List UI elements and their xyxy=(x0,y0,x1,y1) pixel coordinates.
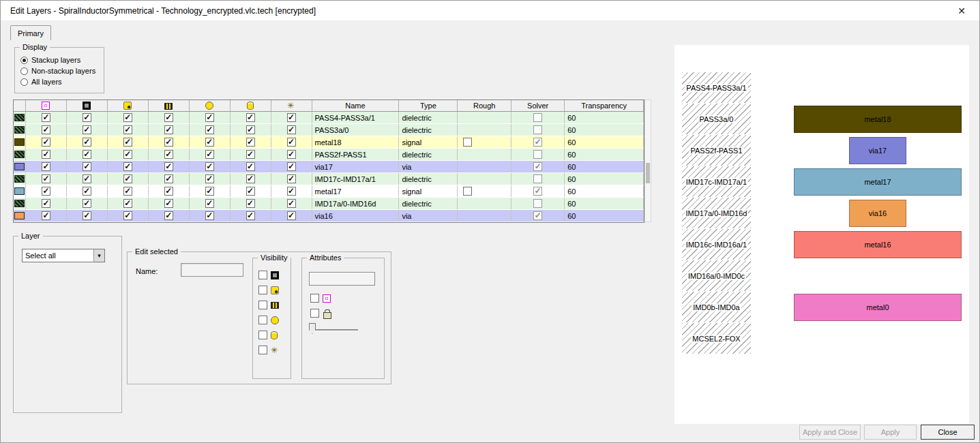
layer-row-imd17c-imd17a-1[interactable]: IMD17c-IMD17a/1dielectric60 xyxy=(14,173,644,185)
visibility-checkbox[interactable] xyxy=(123,199,132,208)
visibility-checkbox[interactable] xyxy=(205,150,214,159)
visibility-checkbox[interactable] xyxy=(205,125,214,134)
visibility-checkbox[interactable] xyxy=(246,174,255,183)
name-field[interactable] xyxy=(181,263,243,277)
solver-checkbox[interactable] xyxy=(533,162,542,171)
solver-checkbox[interactable] xyxy=(533,125,542,134)
visibility-checkbox[interactable] xyxy=(83,150,91,159)
visibility-checkbox[interactable] xyxy=(205,113,214,122)
visibility-checkbox[interactable] xyxy=(205,138,214,147)
visibility-checkbox[interactable] xyxy=(83,174,91,183)
visibility-checkbox[interactable] xyxy=(164,199,173,208)
column-header-magenta-frame[interactable] xyxy=(26,100,67,111)
column-header-yellow-circle[interactable] xyxy=(190,100,231,111)
visibility-checkbox[interactable] xyxy=(287,162,296,171)
visibility-option-checkbox-yellow-tag[interactable] xyxy=(258,286,267,294)
visibility-option-checkbox-burst[interactable] xyxy=(258,346,267,354)
visibility-checkbox[interactable] xyxy=(164,162,173,171)
attribute-color-button[interactable] xyxy=(309,272,375,286)
transparency-slider-thumb[interactable] xyxy=(309,323,316,334)
visibility-checkbox[interactable] xyxy=(42,199,50,208)
visibility-checkbox[interactable] xyxy=(123,162,132,171)
radio-icon[interactable] xyxy=(20,67,28,75)
visibility-checkbox[interactable] xyxy=(123,187,132,196)
visibility-checkbox[interactable] xyxy=(246,138,255,147)
visibility-checkbox[interactable] xyxy=(164,113,173,122)
visibility-checkbox[interactable] xyxy=(287,125,296,134)
display-option-all-layers[interactable]: All layers xyxy=(20,78,104,86)
layer-row-pass2f-pass1[interactable]: PASS2f-PASS1dielectric60 xyxy=(14,149,644,161)
stackup-bar-metal17[interactable]: metal17 xyxy=(794,168,962,196)
visibility-checkbox[interactable] xyxy=(83,162,91,171)
solver-checkbox[interactable] xyxy=(533,174,542,183)
visibility-checkbox[interactable] xyxy=(83,138,91,147)
column-header-burst[interactable] xyxy=(271,100,312,111)
stackup-bar-via17[interactable]: via17 xyxy=(849,137,906,164)
layer-row-metal18[interactable]: metal18signal60 xyxy=(14,136,644,149)
column-header-type[interactable]: Type xyxy=(399,100,458,111)
column-header-yellow-tag[interactable] xyxy=(108,100,149,111)
attribute-option-checkbox-padlock[interactable] xyxy=(310,309,319,318)
visibility-checkbox[interactable] xyxy=(42,162,50,171)
radio-icon[interactable] xyxy=(20,78,28,86)
solver-checkbox[interactable] xyxy=(533,113,542,122)
layer-row-metal17[interactable]: metal17signal60 xyxy=(14,185,644,198)
visibility-checkbox[interactable] xyxy=(164,174,173,183)
visibility-checkbox[interactable] xyxy=(205,162,214,171)
visibility-checkbox[interactable] xyxy=(287,150,296,159)
visibility-checkbox[interactable] xyxy=(42,150,50,159)
solver-checkbox[interactable] xyxy=(533,138,542,147)
visibility-checkbox[interactable] xyxy=(205,211,214,220)
visibility-checkbox[interactable] xyxy=(246,125,255,134)
visibility-checkbox[interactable] xyxy=(287,199,296,208)
radio-icon[interactable] xyxy=(20,57,28,64)
visibility-checkbox[interactable] xyxy=(205,199,214,208)
stackup-bar-metal18[interactable]: metal18 xyxy=(794,106,962,133)
scrollbar-thumb[interactable] xyxy=(646,163,650,183)
visibility-option-checkbox-striped-rect[interactable] xyxy=(258,301,267,309)
visibility-checkbox[interactable] xyxy=(123,125,132,134)
close-button[interactable]: Close xyxy=(921,425,975,440)
table-scrollbar[interactable] xyxy=(644,100,651,222)
visibility-checkbox[interactable] xyxy=(83,199,91,208)
stackup-bar-metal16[interactable]: metal16 xyxy=(794,231,962,258)
layer-select-dropdown[interactable]: Select all ▼ xyxy=(22,249,105,262)
apply-button[interactable]: Apply xyxy=(864,425,917,440)
visibility-checkbox[interactable] xyxy=(246,187,255,196)
visibility-option-checkbox-filled-square[interactable] xyxy=(258,271,267,279)
visibility-checkbox[interactable] xyxy=(42,138,50,147)
visibility-checkbox[interactable] xyxy=(42,174,50,183)
layer-row-pass3a-0[interactable]: PASS3a/0dielectric60 xyxy=(14,124,644,136)
tab-primary[interactable]: Primary xyxy=(10,25,51,40)
rough-checkbox[interactable] xyxy=(463,187,472,196)
solver-checkbox[interactable] xyxy=(533,150,542,159)
visibility-checkbox[interactable] xyxy=(42,211,50,220)
column-header-filled-square[interactable] xyxy=(67,100,108,111)
visibility-checkbox[interactable] xyxy=(83,125,91,134)
visibility-checkbox[interactable] xyxy=(246,150,255,159)
visibility-checkbox[interactable] xyxy=(287,187,296,196)
visibility-checkbox[interactable] xyxy=(164,138,173,147)
visibility-checkbox[interactable] xyxy=(205,174,214,183)
visibility-checkbox[interactable] xyxy=(123,113,132,122)
visibility-checkbox[interactable] xyxy=(246,162,255,171)
column-header-yellow-cylinder[interactable] xyxy=(231,100,271,111)
display-option-stackup-layers[interactable]: Stackup layers xyxy=(20,56,104,64)
visibility-checkbox[interactable] xyxy=(287,174,296,183)
column-header-rough[interactable]: Rough xyxy=(458,100,511,111)
visibility-checkbox[interactable] xyxy=(164,150,173,159)
visibility-checkbox[interactable] xyxy=(164,211,173,220)
column-header-name[interactable]: Name xyxy=(312,100,400,111)
attribute-option-checkbox-magenta-frame[interactable] xyxy=(310,294,319,303)
layer-row-pass4-pass3a-1[interactable]: PASS4-PASS3a/1dielectric60 xyxy=(14,112,644,124)
layer-row-via16[interactable]: via16via60 xyxy=(14,210,644,222)
visibility-checkbox[interactable] xyxy=(83,113,91,122)
visibility-checkbox[interactable] xyxy=(42,125,50,134)
solver-checkbox[interactable] xyxy=(533,187,542,196)
layer-row-imd17a-0-imd16d[interactable]: IMD17a/0-IMD16ddielectric60 xyxy=(14,198,644,210)
column-header-striped-rect[interactable] xyxy=(149,100,190,111)
visibility-checkbox[interactable] xyxy=(287,113,296,122)
visibility-checkbox[interactable] xyxy=(83,211,91,220)
column-header-swatch[interactable] xyxy=(14,100,26,111)
column-header-transparency[interactable]: Transparency xyxy=(565,100,644,111)
